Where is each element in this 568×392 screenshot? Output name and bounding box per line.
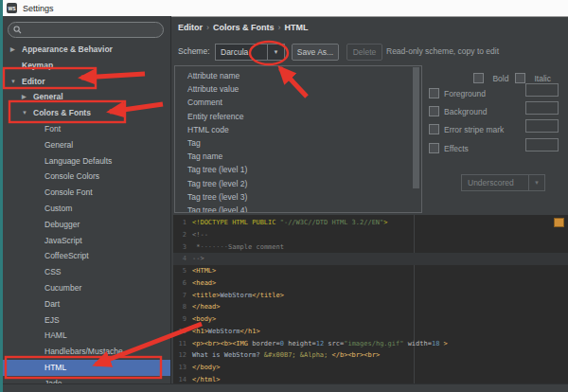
element-item-tag-tree-level-2[interactable]: Tag tree (level 2) (175, 177, 421, 190)
delete-button[interactable]: Delete (346, 44, 382, 61)
scheme-combobox[interactable]: Darcula ▼ (215, 44, 285, 61)
element-item-attribute-name[interactable]: Attribute name (175, 69, 421, 82)
chevron-right-icon[interactable]: ▶ (10, 42, 15, 58)
sidebar-item-general[interactable]: General (3, 137, 170, 153)
error-stripe-mark-color-swatch[interactable] (525, 119, 559, 133)
sidebar-item-dart[interactable]: Dart (3, 296, 170, 312)
element-item-tag-tree-level-3[interactable]: Tag tree (level 3) (175, 190, 421, 204)
style-elements-rows: Attribute nameAttribute valueCommentEnti… (175, 66, 421, 213)
foreground-checkbox[interactable] (429, 88, 439, 98)
effects-checkbox[interactable] (429, 143, 439, 153)
line-number: 3 (175, 241, 186, 254)
sidebar-item-label: Handlebars/Mustache (44, 347, 123, 356)
sidebar-tree: ▶Appearance & BehaviorKeymap▼Editor▶Gene… (3, 42, 170, 392)
sidebar-item-label: General (44, 140, 73, 150)
code-line-11: 11<p><br><b><IMG border=0 height=12 src=… (173, 338, 568, 350)
sidebar-item-debugger[interactable]: Debugger (3, 217, 170, 233)
sidebar-item-label: Language Defaults (44, 156, 112, 166)
sidebar-item-javascript[interactable]: JavaScript (3, 233, 170, 249)
sidebar-item-html[interactable]: HTML (3, 360, 170, 376)
sidebar-item-console-font[interactable]: Console Font (3, 185, 170, 201)
sidebar-item-console-colors[interactable]: Console Colors (3, 169, 170, 185)
code-text: <p><br><b><IMG border=0 height=12 src="i… (192, 340, 448, 347)
search-input[interactable] (22, 25, 149, 35)
element-item-comment[interactable]: Comment (175, 96, 421, 109)
sidebar-item-keymap[interactable]: Keymap (3, 58, 170, 74)
sidebar-item-coffeescript[interactable]: CoffeeScript (3, 248, 170, 264)
chevron-down-icon[interactable]: ▼ (10, 74, 16, 90)
code-line-4: 4--> (173, 253, 568, 265)
webstorm-app-icon: WS (7, 3, 17, 13)
chevron-right-icon[interactable]: ▶ (22, 89, 27, 105)
sidebar-item-general[interactable]: ▶General (3, 89, 170, 105)
error-stripe-marker[interactable] (554, 218, 564, 227)
error-stripe-mark-label: Error stripe mark (444, 125, 504, 134)
breadcrumb: Editor›Colors & Fonts›HTML (178, 23, 309, 32)
sidebar-item-ejs[interactable]: EJS (3, 312, 170, 329)
element-item-tag-name[interactable]: Tag name (175, 150, 421, 163)
bold-checkbox[interactable] (473, 73, 484, 83)
readonly-note: Read-only scheme, copy to edit (386, 46, 499, 56)
sidebar-item-language-defaults[interactable]: Language Defaults (3, 153, 170, 169)
code-text: <!DOCTYPE HTML PUBLIC "-//W3C//DTD HTML … (192, 219, 388, 226)
line-number: 10 (175, 326, 186, 338)
list-scrollbar-thumb[interactable] (413, 67, 419, 188)
effect-style-value: Underscored (468, 178, 528, 187)
italic-checkbox[interactable] (515, 73, 525, 83)
scheme-bar: Scheme: Darcula ▼ Save As... Delete Read… (171, 41, 568, 63)
search-icon (13, 26, 22, 34)
breadcrumb-part-html[interactable]: HTML (285, 23, 309, 32)
element-item-attribute-value[interactable]: Attribute value (175, 82, 421, 96)
line-number: 13 (175, 362, 186, 374)
breadcrumb-part-editor[interactable]: Editor (178, 23, 203, 32)
error-stripe-mark-checkbox[interactable] (429, 124, 439, 134)
sidebar-item-handlebars-mustache[interactable]: Handlebars/Mustache (3, 344, 170, 360)
code-text: </body> (192, 364, 221, 371)
sidebar-item-label: Keymap (22, 61, 53, 70)
settings-content: Editor›Colors & Fonts›HTML Scheme: Darcu… (171, 16, 568, 392)
search-row (3, 16, 170, 41)
effect-style-combobox[interactable]: Underscored ▼ (461, 174, 545, 191)
background-checkbox[interactable] (429, 106, 439, 116)
sidebar-item-editor[interactable]: ▼Editor (3, 74, 170, 90)
code-line-3: 3 *·······Sample comment (173, 241, 568, 254)
foreground-color-swatch[interactable] (525, 83, 559, 97)
sidebar-item-custom[interactable]: Custom (3, 201, 170, 217)
scheme-dropdown-arrow-icon[interactable]: ▼ (267, 45, 284, 60)
sidebar-item-colors-fonts[interactable]: ▼Colors & Fonts (3, 105, 170, 121)
background-color-swatch[interactable] (525, 101, 559, 115)
element-item-tag-tree-level-1[interactable]: Tag tree (level 1) (175, 163, 421, 176)
element-item-tag[interactable]: Tag (175, 136, 421, 150)
code-line-13: 13</body> (173, 362, 568, 374)
breadcrumb-part-colors-fonts[interactable]: Colors & Fonts (213, 23, 275, 32)
style-elements-list: Attribute nameAttribute valueCommentEnti… (174, 65, 422, 213)
background-label: Background (444, 107, 487, 116)
element-item-entity-reference[interactable]: Entity reference (175, 110, 421, 123)
breadcrumb-separator: › (206, 23, 209, 32)
code-line-14: 14</html> (173, 374, 568, 383)
sidebar-item-css[interactable]: CSS (3, 264, 170, 280)
element-item-tag-tree-level-4[interactable]: Tag tree (level 4) (175, 204, 421, 213)
code-text: <head> (192, 279, 216, 287)
element-item-html-code[interactable]: HTML code (175, 123, 421, 136)
code-line-7: 7<title>WebStorm</title> (173, 290, 568, 302)
sidebar-item-appearance-behavior[interactable]: ▶Appearance & Behavior (3, 42, 170, 58)
search-box[interactable] (8, 22, 164, 38)
chevron-down-icon[interactable]: ▼ (22, 105, 27, 121)
code-line-5: 5<HTML> (173, 265, 568, 277)
bold-label: Bold (492, 74, 508, 83)
effect-style-dropdown-arrow-icon[interactable]: ▼ (528, 175, 544, 190)
sidebar-item-cucumber[interactable]: Cucumber (3, 280, 170, 296)
scheme-label: Scheme: (178, 46, 210, 56)
sidebar-item-label: Console Colors (44, 171, 99, 181)
code-text: <body> (192, 315, 216, 323)
effects-color-swatch[interactable] (525, 138, 559, 151)
sidebar-item-haml[interactable]: HAML (3, 328, 170, 344)
sidebar-item-label: Editor (22, 77, 45, 86)
save-as-button[interactable]: Save As... (292, 44, 339, 61)
sidebar-item-label: Colors & Fonts (33, 108, 91, 117)
title-bar: WS Settings (3, 0, 568, 17)
sidebar-item-font[interactable]: Font (3, 121, 170, 137)
line-number: 11 (175, 338, 186, 350)
code-preview[interactable]: 1<!DOCTYPE HTML PUBLIC "-//W3C//DTD HTML… (173, 215, 568, 383)
